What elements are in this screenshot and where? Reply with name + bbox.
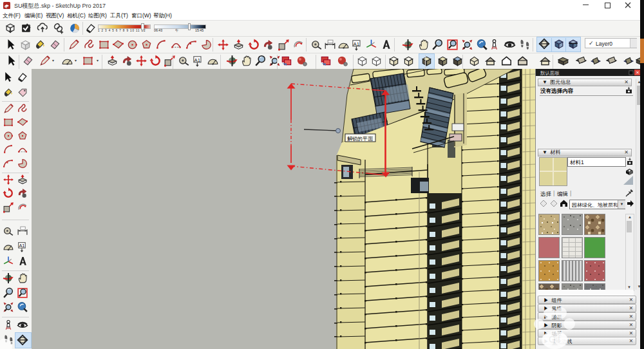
svg-text:A1: A1 bbox=[194, 57, 201, 63]
svg-text:A1: A1 bbox=[354, 41, 360, 47]
svg-text:解锁的平面: 解锁的平面 bbox=[347, 136, 374, 142]
svg-text:Gif: Gif bbox=[549, 334, 560, 344]
svg-text:A1: A1 bbox=[19, 243, 24, 249]
